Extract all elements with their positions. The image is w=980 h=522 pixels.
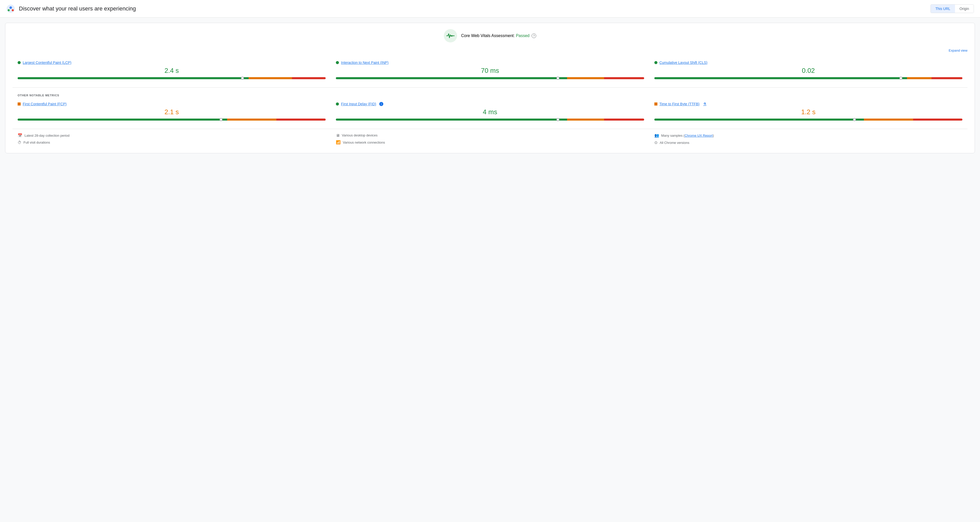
inp-value: 70 ms: [336, 67, 644, 75]
ttfb-value: 1.2 s: [654, 108, 963, 116]
svg-point-2: [8, 9, 10, 11]
fcp-status-dot: [18, 102, 21, 105]
flask-icon: ⚗: [703, 102, 706, 106]
footer-col-3: 👥 Many samples (Chrome UX Report) ⊙ All …: [649, 132, 967, 146]
ttfb-progress: [654, 118, 963, 121]
lcp-value: 2.4 s: [18, 67, 326, 75]
svg-point-1: [10, 6, 12, 9]
cls-label[interactable]: Cumulative Layout Shift (CLS): [654, 61, 963, 65]
footer-network: 📶 Various network connections: [336, 140, 644, 145]
svg-point-5: [452, 36, 452, 37]
fid-label[interactable]: First Input Delay (FID) i: [336, 102, 644, 106]
help-icon[interactable]: ?: [531, 34, 536, 38]
monitor-icon: 🖥: [336, 133, 340, 137]
footer-info: 📅 Latest 28-day collection period ⏱ Full…: [13, 129, 967, 147]
crux-link[interactable]: Chrome UX Report: [684, 134, 713, 137]
metric-fid: First Input Delay (FID) i 4 ms: [331, 98, 649, 125]
fcp-label[interactable]: First Contentful Paint (FCP): [18, 102, 326, 106]
logo-icon: [6, 4, 15, 13]
lcp-status-dot: [18, 61, 21, 64]
ttfb-status-dot: [654, 102, 657, 105]
page-header: Discover what your real users are experi…: [0, 0, 980, 18]
people-icon: 👥: [654, 133, 659, 138]
lcp-label[interactable]: Largest Contentful Paint (LCP): [18, 61, 326, 65]
assessment-title: Core Web Vitals Assessment: Passed ?: [461, 34, 536, 38]
vitals-icon: [444, 29, 457, 42]
this-url-button[interactable]: This URL: [931, 5, 955, 13]
page-title: Discover what your real users are experi…: [19, 5, 136, 12]
fid-progress: [336, 118, 644, 121]
cls-progress: [654, 77, 963, 79]
origin-button[interactable]: Origin: [955, 5, 974, 13]
metric-ttfb: Time to First Byte (TTFB) ⚗ 1.2 s: [649, 98, 967, 125]
calendar-icon: 📅: [18, 133, 22, 138]
metric-inp: Interaction to Next Paint (INP) 70 ms: [331, 56, 649, 83]
footer-samples: 👥 Many samples (Chrome UX Report): [654, 133, 963, 138]
inp-status-dot: [336, 61, 339, 64]
clock-icon: ⏱: [18, 140, 21, 145]
other-metrics-grid: First Contentful Paint (FCP) 2.1 s First…: [13, 98, 967, 125]
fid-value: 4 ms: [336, 108, 644, 116]
expand-view-link[interactable]: Expand view: [13, 49, 967, 53]
footer-chrome-versions: ⊙ All Chrome versions: [654, 140, 963, 145]
fid-status-dot: [336, 102, 339, 105]
footer-desktop-devices: 🖥 Various desktop devices: [336, 133, 644, 137]
cls-value: 0.02: [654, 67, 963, 75]
inp-progress: [336, 77, 644, 79]
fcp-value: 2.1 s: [18, 108, 326, 116]
main-card: Core Web Vitals Assessment: Passed ? Exp…: [5, 23, 975, 153]
ttfb-label[interactable]: Time to First Byte (TTFB) ⚗: [654, 102, 963, 106]
footer-collection-period: 📅 Latest 28-day collection period: [18, 133, 326, 138]
footer-col-1: 📅 Latest 28-day collection period ⏱ Full…: [13, 132, 331, 146]
cls-status-dot: [654, 61, 657, 64]
assessment-header: Core Web Vitals Assessment: Passed ?: [13, 29, 967, 46]
core-metrics-grid: Largest Contentful Paint (LCP) 2.4 s Int…: [13, 56, 967, 83]
inp-label[interactable]: Interaction to Next Paint (INP): [336, 61, 644, 65]
metric-lcp: Largest Contentful Paint (LCP) 2.4 s: [13, 56, 331, 83]
chrome-icon: ⊙: [654, 140, 658, 145]
url-origin-toggle: This URL Origin: [931, 4, 974, 13]
svg-point-3: [12, 9, 14, 11]
metric-fcp: First Contentful Paint (FCP) 2.1 s: [13, 98, 331, 125]
footer-col-2: 🖥 Various desktop devices 📶 Various netw…: [331, 132, 649, 146]
other-metrics-label: OTHER NOTABLE METRICS: [13, 92, 967, 98]
header-left: Discover what your real users are experi…: [6, 4, 136, 13]
wifi-icon: 📶: [336, 140, 341, 145]
metric-cls: Cumulative Layout Shift (CLS) 0.02: [649, 56, 967, 83]
lcp-progress: [18, 77, 326, 79]
fcp-progress: [18, 118, 326, 121]
fid-info-icon[interactable]: i: [379, 102, 383, 106]
footer-visit-duration: ⏱ Full visit durations: [18, 140, 326, 145]
